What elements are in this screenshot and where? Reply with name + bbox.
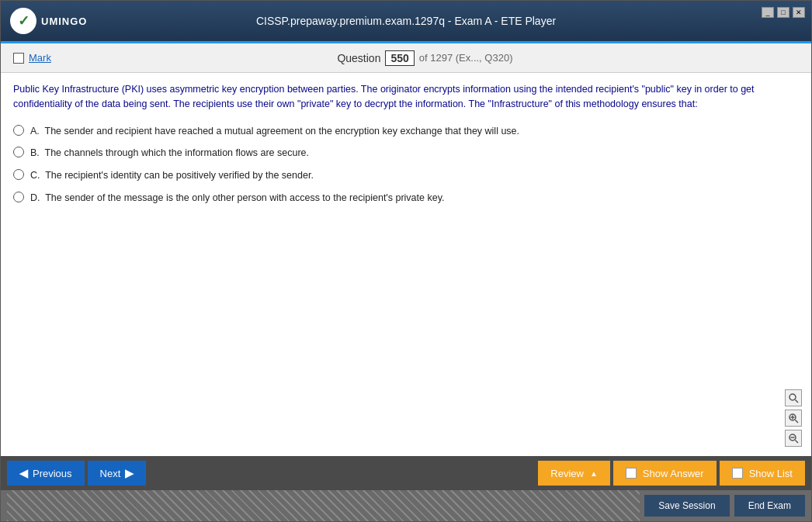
end-exam-button[interactable]: End Exam (734, 495, 805, 517)
window-controls: _ □ ✕ (762, 7, 805, 18)
bottom-toolbar: ◀ Previous Next ▶ Review ▲ Show Answer S… (1, 456, 811, 490)
option-a-letter: A. (30, 126, 45, 137)
option-c-text: C. The recipient's identity can be posit… (30, 168, 314, 183)
previous-arrow-icon: ◀ (19, 467, 28, 479)
question-total: of 1297 (Ex..., Q320) (419, 52, 513, 64)
option-d[interactable]: D. The sender of the message is the only… (13, 191, 799, 206)
restore-button[interactable]: □ (777, 7, 789, 18)
minimize-button[interactable]: _ (762, 7, 774, 18)
option-d-letter: D. (30, 192, 45, 203)
question-number-box: 550 (385, 50, 414, 66)
option-c-letter: C. (30, 170, 45, 181)
radio-c[interactable] (13, 169, 24, 180)
next-arrow-icon: ▶ (125, 467, 134, 479)
second-bottom-bar: Save Session End Exam (1, 490, 811, 521)
review-dropdown-icon: ▲ (590, 469, 598, 478)
svg-line-8 (796, 441, 799, 444)
mark-link[interactable]: Mark (29, 52, 51, 64)
radio-d[interactable] (13, 192, 24, 202)
option-d-text: D. The sender of the message is the only… (30, 191, 444, 206)
app-window: ✓ UMINGO CISSP.prepaway.premium.exam.129… (0, 0, 812, 522)
show-answer-checkbox (626, 468, 637, 479)
zoom-out-icon (788, 433, 799, 444)
review-label: Review (550, 468, 584, 479)
option-b-letter: B. (30, 147, 45, 158)
option-a[interactable]: A. The sender and recipient have reached… (13, 124, 799, 139)
logo-checkmark: ✓ (18, 12, 29, 29)
search-icon (788, 392, 799, 403)
logo-area: ✓ UMINGO (10, 8, 87, 34)
show-list-button[interactable]: Show List (720, 461, 805, 486)
question-header: Mark Question 550 of 1297 (Ex..., Q320) (1, 43, 811, 73)
svg-line-1 (796, 400, 799, 403)
mark-checkbox[interactable] (13, 53, 24, 64)
zoom-in-icon (788, 413, 799, 423)
svg-point-0 (789, 394, 796, 400)
close-button[interactable]: ✕ (793, 7, 805, 18)
question-number-area: Question 550 of 1297 (Ex..., Q320) (337, 50, 512, 66)
previous-label: Previous (33, 468, 72, 479)
main-content: Public Key Infrastructure (PKI) uses asy… (1, 73, 811, 456)
save-session-button[interactable]: Save Session (644, 495, 729, 517)
next-label: Next (100, 468, 121, 479)
bottom-bar-pattern (7, 490, 640, 521)
logo-text: UMINGO (41, 16, 87, 27)
logo-icon: ✓ (10, 8, 36, 34)
mark-area: Mark (13, 52, 51, 64)
next-button[interactable]: Next ▶ (88, 461, 147, 486)
title-bar: ✓ UMINGO CISSP.prepaway.premium.exam.129… (1, 1, 811, 41)
show-list-checkbox (732, 468, 743, 479)
option-a-text: A. The sender and recipient have reached… (30, 124, 519, 139)
zoom-out-button[interactable] (785, 430, 802, 447)
radio-a[interactable] (13, 125, 24, 136)
question-label: Question (337, 52, 380, 64)
show-answer-label: Show Answer (643, 468, 704, 479)
svg-line-5 (796, 420, 799, 423)
option-b-text: B. The channels through which the inform… (30, 146, 309, 161)
show-list-label: Show List (749, 468, 793, 479)
previous-button[interactable]: ◀ Previous (7, 461, 85, 486)
radio-b[interactable] (13, 147, 24, 157)
option-c[interactable]: C. The recipient's identity can be posit… (13, 168, 799, 183)
option-b[interactable]: B. The channels through which the inform… (13, 146, 799, 161)
search-zoom-button[interactable] (785, 389, 802, 406)
review-button[interactable]: Review ▲ (538, 461, 610, 486)
zoom-in-button[interactable] (785, 410, 802, 427)
show-answer-button[interactable]: Show Answer (613, 461, 717, 486)
window-title: CISSP.prepaway.premium.exam.1297q - Exam… (256, 15, 556, 27)
question-text: Public Key Infrastructure (PKI) uses asy… (13, 82, 799, 112)
zoom-controls (785, 389, 802, 447)
